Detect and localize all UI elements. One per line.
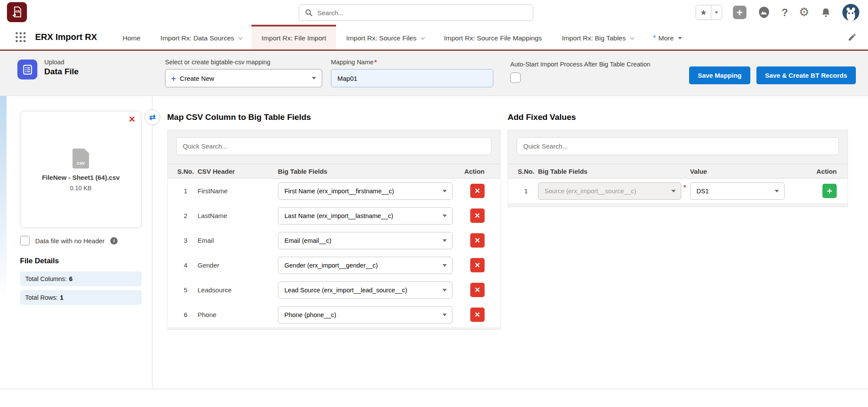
mapping-select[interactable]: + Create New [165, 69, 322, 87]
erx-logo-icon: E℞ [10, 5, 24, 19]
tab-more[interactable]: * More [643, 25, 692, 50]
app-launcher-icon[interactable] [16, 32, 26, 42]
fixed-quick-search-input[interactable] [517, 137, 839, 155]
header-buttons: Save Mapping Save & Create BT Records [689, 66, 856, 84]
big-table-field-select[interactable]: Last Name (erx_import__lastname__c) [278, 207, 452, 225]
page-header: Upload Data File Select or create bigtab… [0, 52, 868, 96]
no-header-option: Data file with no Header i [20, 236, 118, 245]
mapping-select-label: Select or create bigtable-csv mapping [165, 59, 322, 66]
no-header-checkbox[interactable] [20, 236, 30, 245]
fixed-table-body: 1 Source (erx_import__source__c) * DS1 + [508, 179, 848, 203]
page-title-eyebrow: Upload [44, 59, 79, 66]
file-size: 0.10 KB [70, 185, 92, 192]
big-table-field-select[interactable]: Lead Source (erx_import__lead_source__c) [278, 281, 452, 299]
required-asterisk: * [683, 183, 686, 191]
global-search[interactable] [299, 4, 533, 21]
table-row: 2 LastName Last Name (erx_import__lastna… [168, 203, 500, 228]
utility-footer [0, 389, 868, 407]
org-logo: E℞ [7, 2, 27, 22]
mapping-select-value: Create New [180, 75, 312, 82]
chevron-down-icon[interactable] [630, 35, 634, 40]
big-table-field-select[interactable]: Gender (erx_import__gender__c) [278, 257, 452, 274]
chevron-down-icon[interactable] [238, 35, 243, 40]
favorite-star-icon[interactable]: ★ [696, 5, 711, 20]
table-row: 4 Gender Gender (erx_import__gender__c) … [168, 253, 500, 278]
map-table-body: 1 FirstName First Name (erx_import__firs… [168, 179, 500, 327]
remove-file-button[interactable]: ✕ [129, 114, 135, 124]
autostart-label: Auto-Start Import Process After Big Tabl… [510, 61, 650, 68]
big-table-field-select[interactable]: Phone (phone__c) [278, 306, 452, 324]
fixed-values-title: Add Fixed Values [508, 113, 576, 122]
info-icon[interactable]: i [110, 237, 118, 245]
save-create-bt-records-button[interactable]: Save & Create BT Records [756, 66, 856, 84]
app-screen: E℞ ★ + ? ⚙ [0, 0, 868, 407]
sidebar-divider [152, 96, 152, 389]
nav-tabs: Home Import Rx: Data Sources Import Rx: … [112, 25, 692, 50]
plus-icon: + [737, 7, 743, 18]
mapping-name-label: Mapping Name* [331, 59, 493, 66]
map-table-panel: S.No. CSV Header Big Table Fields Action… [167, 130, 501, 330]
save-mapping-button[interactable]: Save Mapping [689, 66, 750, 84]
create-new-plus-icon: + [171, 74, 176, 83]
big-table-field-select[interactable]: Email (email__c) [278, 232, 452, 249]
csv-header-cell: FirstName [198, 187, 278, 195]
delete-row-button[interactable]: ✕ [470, 208, 485, 223]
mapping-name-group: Mapping Name* [331, 59, 493, 87]
autostart-checkbox[interactable] [510, 73, 521, 83]
main-content: ⇄ ✕ csv FileNew - Sheet1 (64).csv 0.10 K… [0, 96, 868, 389]
background-gradient [0, 96, 7, 301]
table-row: 6 Phone Phone (phone__c) ✕ [168, 302, 500, 327]
global-actions-button[interactable]: + [733, 6, 746, 19]
page-title: Upload Data File [44, 59, 79, 76]
tab-home[interactable]: Home [112, 25, 150, 50]
user-avatar[interactable] [842, 4, 859, 21]
tab-import-rx-file-import[interactable]: Import Rx: File Import [251, 25, 336, 50]
tab-import-rx-source-files[interactable]: Import Rx: Source Files [336, 25, 434, 50]
chevron-down-icon [312, 77, 316, 79]
fixed-table-header: S.No. Big Table Fields Value Action [508, 164, 848, 179]
file-details-title: File Details [20, 257, 59, 265]
table-row: 1 FirstName First Name (erx_import__firs… [168, 179, 500, 203]
setup-gear-icon[interactable]: ⚙ [799, 7, 809, 18]
tab-import-rx-data-sources[interactable]: Import Rx: Data Sources [151, 25, 252, 50]
table-row: 1 Source (erx_import__source__c) * DS1 + [508, 179, 848, 203]
fixed-value-select[interactable]: DS1 [690, 182, 785, 200]
map-table-title: Map CSV Column to Big Table Fields [167, 113, 311, 122]
page-title-main: Data File [44, 67, 79, 76]
favorites-dropdown-button[interactable] [711, 5, 722, 20]
csv-badge: csv [73, 160, 89, 165]
no-header-label: Data file with no Header [35, 237, 105, 245]
csv-header-cell: Leadsource [198, 286, 278, 294]
tab-import-rx-source-file-mappings[interactable]: Import Rx: Source File Mappings [434, 25, 552, 50]
delete-row-button[interactable]: ✕ [470, 308, 485, 322]
fixed-field-select[interactable]: Source (erx_import__source__c) [538, 182, 681, 200]
guidance-center-icon[interactable] [757, 6, 771, 19]
map-table-header: S.No. CSV Header Big Table Fields Action [168, 164, 500, 179]
mapping-select-group: Select or create bigtable-csv mapping + … [165, 59, 322, 87]
app-navigation-bar: ERX Import RX Home Import Rx: Data Sourc… [0, 25, 868, 51]
delete-row-button[interactable]: ✕ [470, 258, 485, 272]
fixed-values-panel: S.No. Big Table Fields Value Action 1 So… [508, 130, 848, 207]
add-fixed-value-button[interactable]: + [822, 184, 837, 198]
edit-nav-pencil-icon[interactable] [848, 33, 857, 42]
delete-row-button[interactable]: ✕ [470, 184, 485, 198]
chevron-down-icon[interactable] [421, 35, 425, 40]
header-actions: ★ + ? ⚙ [696, 0, 859, 25]
delete-row-button[interactable]: ✕ [470, 283, 485, 297]
temporary-tab-star-icon: * [653, 34, 656, 42]
help-icon[interactable]: ? [782, 7, 788, 19]
big-table-field-select[interactable]: First Name (erx_import__firstname__c) [278, 182, 452, 200]
uploaded-file-card: ✕ csv FileNew - Sheet1 (64).csv 0.10 KB [20, 111, 142, 228]
table-row: 3 Email Email (email__c) ✕ [168, 228, 500, 253]
chevron-down-icon[interactable] [678, 37, 682, 39]
swap-panels-button[interactable]: ⇄ [145, 109, 160, 125]
notifications-bell-icon[interactable] [820, 7, 832, 18]
total-rows-value: 1 [60, 294, 63, 301]
delete-row-button[interactable]: ✕ [470, 233, 485, 248]
map-quick-search-input[interactable] [176, 137, 492, 155]
mapping-name-input[interactable] [331, 69, 493, 87]
favorites-button[interactable]: ★ [696, 5, 722, 20]
search-input[interactable] [317, 9, 527, 17]
autostart-group: Auto-Start Import Process After Big Tabl… [510, 61, 650, 85]
tab-import-rx-big-tables[interactable]: Import Rx: Big Tables [552, 25, 643, 50]
